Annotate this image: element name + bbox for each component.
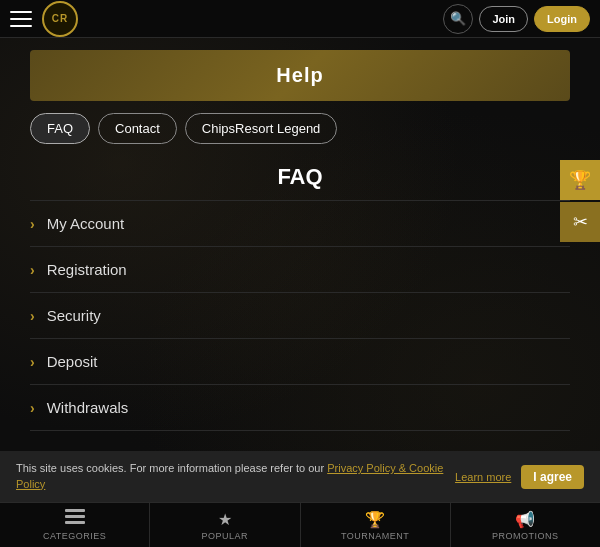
- menu-icon[interactable]: [10, 11, 32, 27]
- search-icon: 🔍: [450, 11, 466, 26]
- faq-item-my-account[interactable]: › My Account: [30, 200, 570, 247]
- nav-tournament[interactable]: 🏆 TOURNAMENT: [301, 503, 451, 547]
- tools-icon: ✂: [573, 211, 588, 233]
- login-button[interactable]: Login: [534, 6, 590, 32]
- faq-item-label: Withdrawals: [47, 399, 129, 416]
- privacy-policy-link[interactable]: Privacy Policy & Cookie Policy: [16, 462, 443, 489]
- search-button[interactable]: 🔍: [443, 4, 473, 34]
- learn-more-link[interactable]: Learn more: [455, 471, 511, 483]
- faq-item-label: My Account: [47, 215, 125, 232]
- promotions-icon: 📢: [515, 510, 535, 529]
- faq-item-withdrawals[interactable]: › Withdrawals: [30, 385, 570, 431]
- header-left: CR: [10, 1, 78, 37]
- join-button[interactable]: Join: [479, 6, 528, 32]
- faq-item-label: Security: [47, 307, 101, 324]
- faq-section-title: FAQ: [0, 164, 600, 190]
- tabs-container: FAQ Contact ChipsResort Legend: [0, 113, 600, 144]
- tournament-icon: 🏆: [365, 510, 385, 529]
- tools-button[interactable]: ✂: [560, 202, 600, 242]
- cookie-text: This site uses cookies. For more informa…: [16, 461, 445, 492]
- tab-contact[interactable]: Contact: [98, 113, 177, 144]
- nav-popular-label: POPULAR: [202, 531, 249, 541]
- faq-item-deposit[interactable]: › Deposit: [30, 339, 570, 385]
- chevron-right-icon: ›: [30, 400, 35, 416]
- nav-promotions-label: PROMOTIONS: [492, 531, 559, 541]
- chevron-right-icon: ›: [30, 308, 35, 324]
- categories-icon: [65, 509, 85, 529]
- header-right: 🔍 Join Login: [443, 4, 590, 34]
- trophy-button[interactable]: 🏆: [560, 160, 600, 200]
- svg-rect-2: [65, 521, 85, 524]
- cookie-banner: This site uses cookies. For more informa…: [0, 451, 600, 502]
- faq-item-security[interactable]: › Security: [30, 293, 570, 339]
- nav-tournament-label: TOURNAMENT: [341, 531, 409, 541]
- nav-popular[interactable]: ★ POPULAR: [150, 503, 300, 547]
- nav-promotions[interactable]: 📢 PROMOTIONS: [451, 503, 600, 547]
- nav-categories-label: CATEGORIES: [43, 531, 106, 541]
- help-title: Help: [276, 64, 323, 86]
- tab-faq[interactable]: FAQ: [30, 113, 90, 144]
- help-banner: Help: [30, 50, 570, 101]
- header: CR 🔍 Join Login: [0, 0, 600, 38]
- trophy-icon: 🏆: [569, 169, 591, 191]
- chevron-right-icon: ›: [30, 262, 35, 278]
- logo-text: CR: [52, 13, 68, 24]
- chevron-right-icon: ›: [30, 216, 35, 232]
- faq-item-registration[interactable]: › Registration: [30, 247, 570, 293]
- faq-item-label: Registration: [47, 261, 127, 278]
- faq-list: › My Account › Registration › Security ›…: [0, 200, 600, 431]
- logo[interactable]: CR: [42, 1, 78, 37]
- svg-rect-1: [65, 515, 85, 518]
- popular-icon: ★: [218, 510, 232, 529]
- right-side-icons: 🏆 ✂: [560, 160, 600, 242]
- cookie-agree-button[interactable]: I agree: [521, 465, 584, 489]
- chevron-right-icon: ›: [30, 354, 35, 370]
- svg-rect-0: [65, 509, 85, 512]
- nav-categories[interactable]: CATEGORIES: [0, 503, 150, 547]
- tab-chipsresort[interactable]: ChipsResort Legend: [185, 113, 338, 144]
- faq-item-label: Deposit: [47, 353, 98, 370]
- bottom-nav: CATEGORIES ★ POPULAR 🏆 TOURNAMENT 📢 PROM…: [0, 502, 600, 547]
